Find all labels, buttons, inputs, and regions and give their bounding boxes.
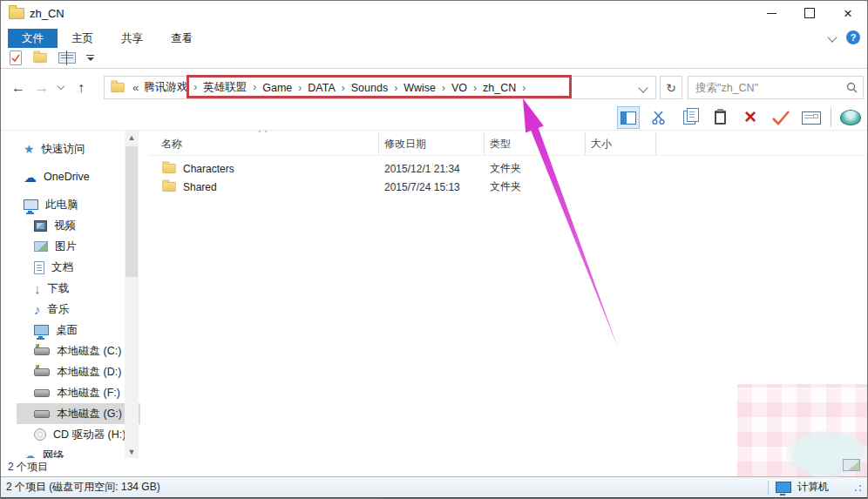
list-header: 名称 修改日期 类型 大小 xyxy=(149,132,867,156)
cloud-icon: ☁ xyxy=(24,171,37,184)
sidebar-item-onedrive[interactable]: ☁OneDrive xyxy=(17,166,140,187)
breadcrumb-item[interactable]: 英雄联盟 xyxy=(203,80,262,95)
items-count: 2 个项目 xyxy=(8,460,48,475)
breadcrumb-overflow-icon[interactable]: « xyxy=(132,81,139,94)
sidebar-item-videos[interactable]: 视频 xyxy=(17,215,140,236)
sidebar-item-downloads[interactable]: ↓下载 xyxy=(17,278,140,299)
properties-toolbar-button[interactable] xyxy=(800,106,823,129)
sidebar-item-drive-f[interactable]: 本地磁盘 (F:) xyxy=(17,382,140,403)
title-bar: zh_CN xyxy=(1,1,867,25)
refresh-button[interactable]: ↻ xyxy=(660,76,682,99)
bottom-status-text: 2 个项目 (磁盘可用空间: 134 GB) xyxy=(6,480,761,495)
tab-home[interactable]: 主页 xyxy=(58,29,107,48)
documents-icon xyxy=(34,261,44,274)
cut-button[interactable] xyxy=(648,106,670,129)
drive-icon xyxy=(34,410,50,418)
sidebar-item-cd-drive-h[interactable]: CD 驱动器 (H:) xyxy=(17,424,140,445)
new-folder-icon[interactable] xyxy=(33,53,46,63)
drive-icon xyxy=(34,389,50,397)
scrollbar-thumb[interactable] xyxy=(125,146,138,277)
shell-tool-button[interactable] xyxy=(839,106,862,129)
scroll-up-icon[interactable]: ▲ xyxy=(125,131,139,145)
breadcrumb-item[interactable]: Wwise xyxy=(403,82,451,94)
column-header-type[interactable]: 类型 xyxy=(485,132,586,155)
sidebar-item-desktop[interactable]: 桌面 xyxy=(17,320,140,341)
explorer-window: zh_CN × 文件 主页 共享 查看 ? ← → ↑ « 腾讯游戏 英雄联盟 xyxy=(0,0,868,499)
breadcrumb-item[interactable]: DATA xyxy=(308,82,350,94)
sidebar-scrollbar[interactable]: ▲ ▼ xyxy=(125,131,139,459)
table-row[interactable]: Characters 2015/12/1 21:34 文件夹 xyxy=(149,159,867,178)
file-name: Shared xyxy=(183,181,217,193)
breadcrumb-item[interactable]: Sounds xyxy=(351,82,403,94)
close-button[interactable]: × xyxy=(829,1,867,25)
recent-locations-icon[interactable] xyxy=(58,83,64,90)
sidebar-item-drive-c[interactable]: 本地磁盘 (C:) xyxy=(17,341,140,361)
star-icon: ★ xyxy=(24,143,35,155)
breadcrumb-item[interactable]: Game xyxy=(262,82,308,94)
ribbon-tabs: 文件 主页 共享 查看 xyxy=(1,25,867,48)
drive-icon xyxy=(34,368,50,376)
file-date: 2015/7/24 15:13 xyxy=(379,181,485,193)
drive-icon xyxy=(34,347,50,355)
content-area: ★快速访问 ☁OneDrive 此电脑 视频 图片 文档 ↓下载 ♪音乐 桌面 … xyxy=(1,130,867,459)
check-icon xyxy=(771,110,790,125)
forward-icon[interactable]: → xyxy=(35,80,49,96)
search-box xyxy=(688,76,864,99)
scroll-down-icon[interactable]: ▼ xyxy=(125,445,139,459)
help-icon[interactable]: ? xyxy=(846,30,860,44)
sidebar-item-documents[interactable]: 文档 xyxy=(17,257,140,278)
rename-icon[interactable] xyxy=(58,52,76,64)
status-bar: 2 个项目 xyxy=(1,458,867,476)
address-folder-icon xyxy=(111,83,124,92)
preview-pane-button[interactable] xyxy=(617,106,640,129)
cd-drive-icon xyxy=(34,428,46,441)
sidebar-item-drive-d[interactable]: 本地磁盘 (D:) xyxy=(17,361,140,382)
up-icon[interactable]: ↑ xyxy=(78,80,85,96)
quick-access-toolbar xyxy=(1,48,867,69)
folder-icon xyxy=(162,164,175,173)
sidebar-item-quick-access[interactable]: ★快速访问 xyxy=(17,138,140,159)
ribbon-expand-icon[interactable] xyxy=(827,32,837,42)
delete-button[interactable]: × xyxy=(739,106,762,129)
back-icon[interactable]: ← xyxy=(11,80,25,96)
music-icon: ♪ xyxy=(34,303,41,316)
tab-file[interactable]: 文件 xyxy=(8,29,58,48)
computer-icon xyxy=(24,199,38,210)
resize-grip[interactable] xyxy=(853,483,862,492)
sidebar-item-network[interactable]: ☁网络 xyxy=(17,445,140,459)
downloads-icon: ↓ xyxy=(34,282,41,295)
paste-button[interactable] xyxy=(709,106,731,129)
sidebar-item-pictures[interactable]: 图片 xyxy=(17,236,140,257)
table-row[interactable]: Shared 2015/7/24 15:13 文件夹 xyxy=(149,178,867,196)
sidebar-item-music[interactable]: ♪音乐 xyxy=(17,299,140,320)
status-separator xyxy=(768,481,769,495)
folder-icon xyxy=(162,182,175,192)
toolbar-separator xyxy=(831,108,831,127)
minimize-button[interactable] xyxy=(752,1,790,25)
customize-toolbar-icon[interactable] xyxy=(86,55,94,61)
address-bar[interactable]: « 腾讯游戏 英雄联盟 Game DATA Sounds Wwise VO zh… xyxy=(104,76,656,99)
breadcrumb-item[interactable]: VO xyxy=(451,82,483,94)
paste-icon xyxy=(715,111,726,125)
copy-button[interactable] xyxy=(678,106,701,129)
sidebar-item-this-pc[interactable]: 此电脑 xyxy=(17,194,140,215)
properties-icon[interactable] xyxy=(10,51,22,65)
computer-status-icon xyxy=(776,482,791,493)
file-date: 2015/12/1 21:34 xyxy=(379,163,485,175)
confirm-button[interactable] xyxy=(770,106,792,129)
sidebar-item-drive-g[interactable]: 本地磁盘 (G:) xyxy=(17,403,140,424)
column-header-date[interactable]: 修改日期 xyxy=(379,132,485,155)
column-header-name[interactable]: 名称 xyxy=(149,132,379,155)
maximize-button[interactable] xyxy=(790,1,829,25)
shell-icon xyxy=(840,110,861,125)
search-icon[interactable] xyxy=(846,82,858,93)
column-header-size[interactable]: 大小 xyxy=(586,132,656,155)
window-title: zh_CN xyxy=(30,7,64,20)
scissors-icon xyxy=(651,110,667,125)
address-dropdown-icon[interactable] xyxy=(638,83,648,92)
breadcrumb-item[interactable]: zh_CN xyxy=(483,82,532,94)
breadcrumb-root[interactable]: 腾讯游戏 xyxy=(144,80,203,95)
tab-view[interactable]: 查看 xyxy=(157,29,207,48)
search-input[interactable] xyxy=(694,81,846,95)
tab-share[interactable]: 共享 xyxy=(107,29,157,48)
